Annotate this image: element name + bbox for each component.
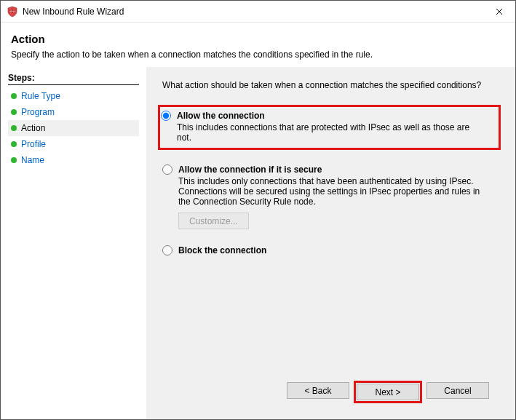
option-allow-secure-desc: This includes only connections that have… [178,176,484,207]
cancel-button[interactable]: Cancel [426,382,489,399]
option-allow-secure-wrap: Allow the connection if it is secure Thi… [162,165,499,229]
step-program[interactable]: Program [8,104,139,120]
radio-allow[interactable] [161,111,171,121]
option-allow-desc: This includes connections that are prote… [177,122,483,143]
radio-allow-secure[interactable] [162,165,172,175]
step-profile[interactable]: Profile [8,136,139,152]
steps-heading: Steps: [8,73,139,85]
step-label: Action [21,123,45,133]
close-icon [496,8,503,15]
steps-sidebar: Steps: Rule Type Program Action Profile … [1,67,146,419]
next-button-highlight: Next > [355,382,421,402]
option-allow-wrap: Allow the connection This includes conne… [159,106,499,148]
step-label: Profile [21,139,46,149]
step-label: Program [21,107,55,117]
content-question: What action should be taken when a conne… [162,80,499,90]
wizard-body: Steps: Rule Type Program Action Profile … [1,67,515,419]
step-label: Name [21,155,44,165]
step-action[interactable]: Action [8,120,139,136]
step-bullet-icon [11,157,17,163]
step-label: Rule Type [21,91,60,101]
close-button[interactable] [483,1,515,23]
firewall-icon [7,6,18,17]
action-options: Allow the connection This includes conne… [162,106,499,375]
step-bullet-icon [11,125,17,131]
radio-block[interactable] [162,245,172,255]
option-block-wrap: Block the connection [162,245,499,255]
page-description: Specify the action to be taken when a co… [11,49,505,60]
wizard-footer: < Back Next > Cancel [162,375,499,412]
option-allow-label[interactable]: Allow the connection [177,111,265,121]
titlebar: New Inbound Rule Wizard [1,1,515,23]
page-title: Action [11,33,505,45]
wizard-header: Action Specify the action to be taken wh… [1,23,515,67]
wizard-content: What action should be taken when a conne… [146,67,515,419]
option-allow-secure-label[interactable]: Allow the connection if it is secure [178,165,322,175]
next-button[interactable]: Next > [357,384,419,400]
customize-button: Customize... [178,213,249,229]
window-title: New Inbound Rule Wizard [23,7,124,17]
step-bullet-icon [11,93,17,99]
step-bullet-icon [11,109,17,115]
step-name[interactable]: Name [8,152,139,168]
back-button[interactable]: < Back [287,382,349,399]
step-rule-type[interactable]: Rule Type [8,88,139,104]
option-block-label[interactable]: Block the connection [178,245,266,255]
step-bullet-icon [11,141,17,147]
